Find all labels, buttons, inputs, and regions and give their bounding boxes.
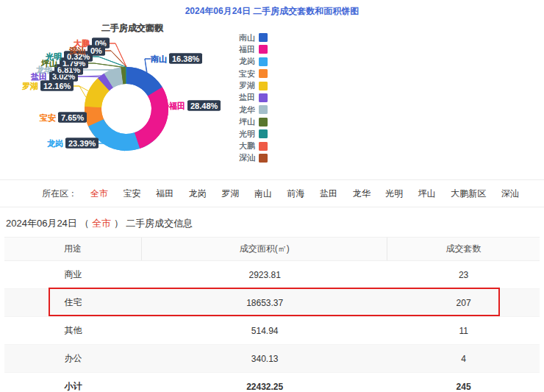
pie-label-name: 光明 [46,52,62,61]
table-cell: 2923.81 [142,270,387,280]
pie-label-value: 28.48% [187,101,221,111]
pie-label: 罗湖12.16% [22,81,74,92]
legend-label: 大鹏 [239,140,255,152]
filter-option-龙岗[interactable]: 龙岗 [189,188,207,200]
pie-label-value: 12.16% [40,81,74,91]
pie-label-name: 罗湖 [22,82,38,90]
section-title-date: 2024年06月24日 [6,218,77,229]
section-title-suffix: 二手房成交信息 [126,218,193,229]
filter-option-深汕[interactable]: 深汕 [501,188,519,200]
table-header-cell: 成交面积(㎡) [142,238,387,260]
section-title-scope: 全市 [92,218,111,229]
legend-item[interactable]: 龙岗 [239,57,268,66]
pie-label-line [105,51,126,67]
legend-item[interactable]: 深汕 [239,154,268,163]
legend-label: 盐田 [239,92,255,103]
pie-label-value: 7.65% [58,113,87,123]
legend-color-swatch [259,57,268,66]
legend-color-swatch [259,45,268,54]
legend-label: 坪山 [239,116,255,127]
pie-label-name: 龙岗 [47,139,63,148]
table-cell: 207 [387,298,540,308]
legend-label: 宝安 [239,68,255,79]
legend-color-swatch [259,82,268,90]
table-cell: 514.94 [142,326,387,336]
legend-color-swatch [259,33,268,42]
legend-color-swatch [259,142,268,151]
table-row: 办公340.134 [4,345,540,373]
table-header-cell: 用途 [4,238,142,260]
legend-label: 龙华 [239,104,255,115]
table-cell: 11 [387,326,540,336]
legend-item[interactable]: 大鹏 [239,142,268,151]
chart-panel-deal-area: 二手房成交面积 南山16.38%福田28.48%龙岗23.39%宝安7.65%罗… [0,19,272,179]
legend-item[interactable]: 光明 [239,129,268,138]
legend-item[interactable]: 龙华 [239,105,268,114]
pie-label-value: 16.38% [169,54,202,64]
pie-label: 龙岗23.39% [47,138,99,149]
table-row: 住宅18653.37207 [4,289,540,317]
legend-item[interactable]: 南山 [239,33,268,42]
section-title: 2024年06月24日 （ 全市 ） 二手房成交信息 [6,217,544,230]
legend-label: 光明 [239,129,255,140]
pie-label: 南山16.38% [151,54,202,65]
pie-label-line [83,69,112,70]
pie-label-line [74,86,88,91]
filter-option-南山[interactable]: 南山 [254,188,272,200]
table-cell: 4 [387,354,540,364]
table-cell: 23 [387,270,540,280]
pie-label: 宝安7.65% [40,113,87,124]
legend-item[interactable]: 宝安 [239,69,268,78]
table-cell: 小计 [4,380,142,392]
page-title: 2024年06月24日 二手房成交套数和面积饼图 [0,0,544,19]
table-cell: 245 [387,382,540,392]
pie-segment[interactable] [135,88,168,149]
deal-info-table: 用途成交面积(㎡)成交套数商业2923.8123住宅18653.37207其他5… [4,237,540,392]
section-title-paren-close: ） [114,218,124,229]
filter-option-前海[interactable]: 前海 [287,188,304,200]
legend-color-swatch [259,154,268,163]
filter-option-全市[interactable]: 全市 [90,188,108,200]
legend-item[interactable]: 福田 [239,45,268,54]
legend-label: 罗湖 [239,80,255,91]
filter-option-光明[interactable]: 光明 [385,188,403,200]
district-filter-options: 全市宝安福田龙岗罗湖南山前海盐田龙华光明坪山大鹏新区深汕 [90,188,519,200]
pie-label-value: 23.39% [65,138,99,149]
table-cell: 办公 [4,352,142,365]
legend-color-swatch [259,118,268,126]
legend-label: 深汕 [239,152,255,163]
legend-item[interactable]: 罗湖 [239,82,268,90]
legend-color-swatch [259,129,268,138]
table-cell: 18653.37 [142,298,387,308]
table-row: 小计22432.25245 [4,373,540,392]
table-header-cell: 成交套数 [387,238,540,260]
pie-label: 福田28.48% [169,101,221,112]
table-row: 商业2923.8123 [4,261,540,289]
table-cell: 住宅 [4,296,142,309]
donut-chart [0,19,272,179]
filter-option-盐田[interactable]: 盐田 [320,188,337,200]
filter-option-大鹏新区[interactable]: 大鹏新区 [451,188,486,200]
legend-label: 南山 [239,32,255,43]
legend-item[interactable]: 坪山 [239,118,268,126]
pie-label-line [78,76,101,76]
legend-color-swatch [259,105,268,114]
pie-label-name: 福田 [169,101,185,110]
legend-color-swatch [259,93,268,102]
pie-label-line [110,43,126,67]
filter-label: 所在区： [42,188,77,200]
filter-option-坪山[interactable]: 坪山 [418,188,436,200]
pie-label: 深汕0% [69,46,105,57]
table-row: 其他514.9411 [4,317,540,345]
filter-option-宝安[interactable]: 宝安 [124,188,141,200]
table-header-row: 用途成交面积(㎡)成交套数 [4,237,540,261]
filter-option-罗湖[interactable]: 罗湖 [221,188,239,200]
legend-color-swatch [259,69,268,78]
pie-label-name: 深汕 [69,46,85,55]
chart-legend: 南山福田龙岗宝安罗湖盐田龙华坪山光明大鹏深汕 [239,33,268,165]
filter-option-龙华[interactable]: 龙华 [353,188,371,200]
table-cell: 其他 [4,324,142,337]
table-cell: 340.13 [142,354,387,364]
legend-item[interactable]: 盐田 [239,93,268,102]
filter-option-福田[interactable]: 福田 [156,188,173,200]
